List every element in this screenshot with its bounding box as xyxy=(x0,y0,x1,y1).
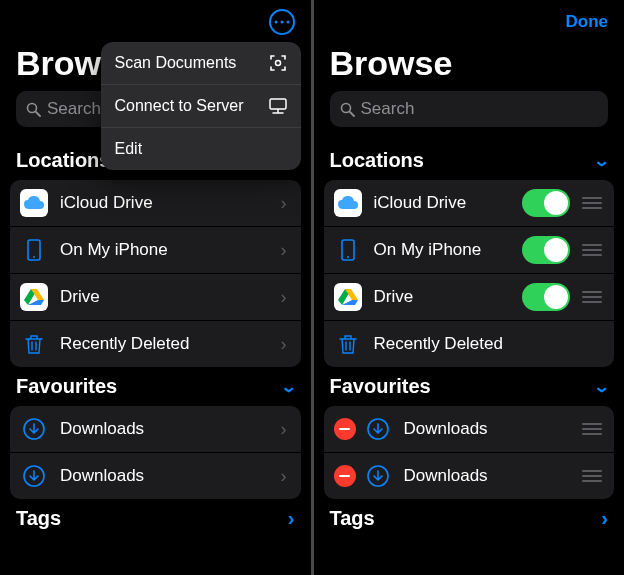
svg-point-1 xyxy=(280,21,283,24)
search-field[interactable]: Search xyxy=(330,91,609,127)
download-icon xyxy=(20,462,48,490)
iphone-icon xyxy=(334,236,362,264)
favourites-header[interactable]: Favourites ⌄ xyxy=(314,367,625,406)
search-icon xyxy=(26,102,41,117)
chevron-right-icon: › xyxy=(277,419,291,440)
more-button[interactable] xyxy=(269,9,295,35)
topbar: Done xyxy=(314,0,625,44)
screen-left: Browse Search Locations iCloud Drive › O… xyxy=(0,0,311,575)
tags-header[interactable]: Tags › xyxy=(314,499,625,538)
favourites-label: Favourites xyxy=(330,375,431,398)
server-icon xyxy=(269,98,287,114)
svg-point-19 xyxy=(347,256,349,258)
context-menu: Scan Documents Connect to Server Edit xyxy=(101,42,301,170)
chevron-down-icon: ⌄ xyxy=(593,151,610,170)
location-item-gdrive[interactable]: Drive xyxy=(324,274,615,321)
favourite-item[interactable]: Downloads › xyxy=(10,406,301,453)
tags-label: Tags xyxy=(16,507,61,530)
locations-label: Locations xyxy=(16,149,110,172)
toggle-switch[interactable] xyxy=(522,189,570,217)
menu-item-connect[interactable]: Connect to Server xyxy=(101,85,301,128)
item-label: Downloads xyxy=(404,419,581,439)
svg-point-3 xyxy=(28,103,37,112)
screen-right: Done Browse Search Locations ⌄ iCloud Dr… xyxy=(314,0,625,575)
chevron-right-icon: › xyxy=(277,240,291,261)
item-label: Downloads xyxy=(404,466,581,486)
topbar xyxy=(0,0,311,44)
download-icon xyxy=(364,462,392,490)
menu-item-label: Edit xyxy=(115,140,143,158)
favourites-header[interactable]: Favourites ⌄ xyxy=(0,367,311,406)
location-item-deleted[interactable]: Recently Deleted › xyxy=(10,321,301,367)
tags-header[interactable]: Tags › xyxy=(0,499,311,538)
favourites-list: Downloads Downloads xyxy=(324,406,615,499)
search-icon xyxy=(340,102,355,117)
toggle-switch[interactable] xyxy=(522,283,570,311)
drag-handle-icon[interactable] xyxy=(580,421,604,437)
svg-rect-13 xyxy=(270,99,286,109)
toggle-switch[interactable] xyxy=(522,236,570,264)
svg-point-16 xyxy=(341,103,350,112)
chevron-right-icon: › xyxy=(277,334,291,355)
location-item-iphone[interactable]: On My iPhone › xyxy=(10,227,301,274)
icloud-icon xyxy=(334,189,362,217)
locations-label: Locations xyxy=(330,149,424,172)
download-icon xyxy=(364,415,392,443)
gdrive-icon xyxy=(334,283,362,311)
chevron-down-icon: ⌄ xyxy=(280,377,297,396)
location-item-icloud[interactable]: iCloud Drive xyxy=(324,180,615,227)
page-title: Browse xyxy=(314,44,625,91)
item-label: Downloads xyxy=(60,419,277,439)
done-button[interactable]: Done xyxy=(566,12,609,32)
chevron-right-icon: › xyxy=(277,287,291,308)
locations-list: iCloud Drive On My iPhone Drive Recently xyxy=(324,180,615,367)
menu-item-label: Scan Documents xyxy=(115,54,237,72)
scan-icon xyxy=(269,54,287,72)
item-label: Recently Deleted xyxy=(374,334,605,354)
favourites-list: Downloads › Downloads › xyxy=(10,406,301,499)
favourite-item[interactable]: Downloads xyxy=(324,453,615,499)
iphone-icon xyxy=(20,236,48,264)
item-label: Drive xyxy=(374,287,523,307)
chevron-right-icon: › xyxy=(601,507,608,530)
download-icon xyxy=(20,415,48,443)
search-placeholder: Search xyxy=(361,99,415,119)
icloud-icon xyxy=(20,189,48,217)
drag-handle-icon[interactable] xyxy=(580,195,604,211)
item-label: iCloud Drive xyxy=(60,193,277,213)
chevron-down-icon: ⌄ xyxy=(593,377,610,396)
item-label: Recently Deleted xyxy=(60,334,277,354)
gdrive-icon xyxy=(20,283,48,311)
favourite-item[interactable]: Downloads xyxy=(324,406,615,453)
svg-line-4 xyxy=(36,112,40,116)
svg-point-2 xyxy=(286,21,289,24)
svg-line-17 xyxy=(350,112,354,116)
delete-button[interactable] xyxy=(334,418,356,440)
menu-item-label: Connect to Server xyxy=(115,97,244,115)
item-label: On My iPhone xyxy=(374,240,523,260)
svg-point-0 xyxy=(274,21,277,24)
item-label: Downloads xyxy=(60,466,277,486)
drag-handle-icon[interactable] xyxy=(580,242,604,258)
locations-list: iCloud Drive › On My iPhone › Drive › Re… xyxy=(10,180,301,367)
location-item-deleted[interactable]: Recently Deleted xyxy=(324,321,615,367)
location-item-iphone[interactable]: On My iPhone xyxy=(324,227,615,274)
location-item-icloud[interactable]: iCloud Drive › xyxy=(10,180,301,227)
locations-header[interactable]: Locations ⌄ xyxy=(314,141,625,180)
drag-handle-icon[interactable] xyxy=(580,289,604,305)
menu-item-edit[interactable]: Edit xyxy=(101,128,301,170)
svg-point-6 xyxy=(33,256,35,258)
favourite-item[interactable]: Downloads › xyxy=(10,453,301,499)
menu-item-scan[interactable]: Scan Documents xyxy=(101,42,301,85)
item-label: On My iPhone xyxy=(60,240,277,260)
trash-icon xyxy=(334,330,362,358)
chevron-right-icon: › xyxy=(288,507,295,530)
tags-label: Tags xyxy=(330,507,375,530)
favourites-label: Favourites xyxy=(16,375,117,398)
item-label: iCloud Drive xyxy=(374,193,523,213)
delete-button[interactable] xyxy=(334,465,356,487)
chevron-right-icon: › xyxy=(277,193,291,214)
drag-handle-icon[interactable] xyxy=(580,468,604,484)
trash-icon xyxy=(20,330,48,358)
location-item-gdrive[interactable]: Drive › xyxy=(10,274,301,321)
